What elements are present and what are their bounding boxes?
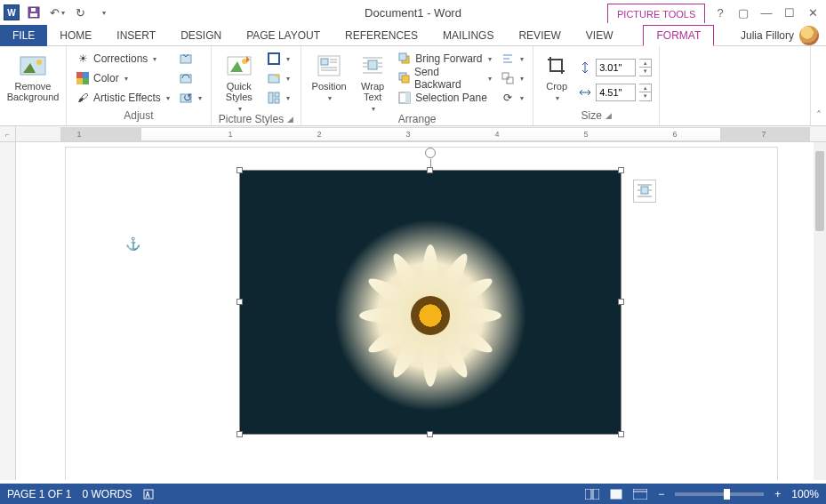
web-layout-button[interactable]: [633, 489, 647, 500]
layout-options-button[interactable]: [633, 180, 656, 203]
spinner-up[interactable]: ▲: [639, 60, 651, 68]
user-avatar-icon: [799, 26, 819, 45]
width-input[interactable]: [596, 84, 636, 101]
zoom-slider[interactable]: [675, 492, 764, 496]
ribbon-display-options-button[interactable]: ▢: [735, 4, 751, 20]
tab-format[interactable]: FORMAT: [643, 25, 714, 46]
compress-icon: [179, 52, 193, 66]
color-button[interactable]: Color▾: [74, 69, 172, 87]
spelling-status-button[interactable]: [142, 488, 155, 500]
width-icon: [578, 85, 592, 100]
resize-handle-tl[interactable]: [237, 167, 243, 173]
tab-insert[interactable]: INSERT: [104, 25, 168, 46]
redo-button[interactable]: ↻: [71, 4, 89, 21]
vertical-ruler[interactable]: [0, 142, 16, 480]
send-backward-button[interactable]: Send Backward▾: [396, 69, 493, 87]
rotate-button[interactable]: ⟳▾: [499, 89, 525, 107]
reset-picture-button[interactable]: ↺▾: [177, 89, 204, 107]
close-button[interactable]: ✕: [805, 4, 821, 20]
height-spinner[interactable]: ▲▼: [639, 59, 652, 76]
artistic-effects-button[interactable]: 🖌Artistic Effects▾: [74, 89, 172, 107]
picture-layout-button[interactable]: ▾: [265, 89, 292, 107]
svg-rect-52: [593, 489, 599, 500]
resize-handle-tr[interactable]: [618, 167, 624, 173]
scrollbar-thumb[interactable]: [815, 151, 824, 231]
document-area[interactable]: ⚓: [16, 142, 826, 480]
horizontal-ruler[interactable]: ⌐ 1 1 2 3 4 5 6 7: [0, 126, 826, 142]
group-objects-button[interactable]: ▾: [499, 69, 525, 87]
zoom-in-button[interactable]: +: [774, 488, 781, 500]
anchor-icon: ⚓: [125, 236, 140, 251]
align-button[interactable]: ▾: [499, 50, 525, 68]
svg-point-5: [36, 60, 42, 65]
group-label-adjust: Adjust: [74, 109, 204, 124]
tab-review[interactable]: REVIEW: [506, 25, 573, 46]
size-launcher[interactable]: ◢: [605, 111, 612, 120]
resize-handle-ml[interactable]: [237, 299, 243, 305]
minimize-button[interactable]: —: [758, 4, 774, 20]
page[interactable]: ⚓: [66, 148, 777, 480]
quick-styles-button[interactable]: Quick Styles ▾: [219, 50, 260, 113]
help-button[interactable]: ?: [712, 4, 728, 20]
rotate-handle[interactable]: [425, 148, 436, 158]
bring-forward-button[interactable]: Bring Forward▾: [396, 50, 493, 68]
spinner-up[interactable]: ▲: [639, 84, 651, 93]
resize-handle-br[interactable]: [618, 431, 624, 437]
word-count[interactable]: 0 WORDS: [82, 488, 132, 500]
chevron-down-icon: ▾: [328, 94, 332, 102]
color-icon: [76, 71, 90, 85]
svg-rect-9: [76, 78, 83, 84]
svg-rect-20: [269, 92, 273, 103]
change-picture-button[interactable]: [177, 69, 204, 87]
tab-file[interactable]: FILE: [0, 25, 47, 46]
undo-button[interactable]: ↶▾: [48, 4, 66, 21]
svg-rect-54: [633, 489, 647, 500]
qat-customize-button[interactable]: ▾: [94, 4, 112, 21]
read-mode-button[interactable]: [585, 489, 599, 500]
group-icon: [501, 71, 515, 85]
position-button[interactable]: Position ▾: [309, 50, 349, 113]
zoom-slider-handle[interactable]: [724, 489, 730, 500]
width-spinner[interactable]: ▲▼: [639, 84, 652, 101]
account-button[interactable]: Julia Fillory: [734, 25, 826, 46]
wrap-text-button[interactable]: Wrap Text ▾: [355, 50, 390, 113]
tab-view[interactable]: VIEW: [573, 25, 626, 46]
maximize-button[interactable]: ☐: [782, 4, 798, 20]
tab-references[interactable]: REFERENCES: [333, 25, 430, 46]
svg-rect-53: [611, 490, 622, 499]
group-background: Remove Background: [0, 46, 67, 125]
tab-design[interactable]: DESIGN: [168, 25, 234, 46]
picture-effects-button[interactable]: ▾: [265, 69, 292, 87]
zoom-level[interactable]: 100%: [791, 488, 819, 500]
align-icon: [501, 52, 515, 66]
print-layout-button[interactable]: [610, 489, 622, 500]
svg-text:↺: ↺: [183, 92, 192, 104]
spinner-down[interactable]: ▼: [639, 92, 651, 100]
spinner-down[interactable]: ▼: [639, 68, 651, 76]
height-input[interactable]: [596, 59, 636, 76]
crop-button[interactable]: Crop ▾: [541, 50, 573, 109]
svg-rect-41: [405, 92, 410, 103]
resize-handle-bl[interactable]: [237, 431, 243, 437]
collapse-ribbon-button[interactable]: ˄: [810, 46, 826, 125]
resize-handle-tm[interactable]: [427, 167, 433, 173]
remove-background-button[interactable]: Remove Background: [7, 50, 59, 102]
chevron-down-icon: ▾: [286, 94, 290, 102]
tab-mailings[interactable]: MAILINGS: [430, 25, 506, 46]
tab-page-layout[interactable]: PAGE LAYOUT: [234, 25, 333, 46]
compress-pictures-button[interactable]: [177, 50, 204, 68]
quick-styles-icon: [225, 53, 253, 78]
resize-handle-mr[interactable]: [618, 299, 624, 305]
vertical-scrollbar[interactable]: [814, 142, 826, 480]
picture-border-icon: [267, 52, 281, 66]
page-indicator[interactable]: PAGE 1 OF 1: [7, 488, 71, 500]
picture-styles-launcher[interactable]: ◢: [287, 115, 293, 124]
save-button[interactable]: [25, 4, 43, 21]
tab-home[interactable]: HOME: [47, 25, 104, 46]
picture-border-button[interactable]: ▾: [265, 50, 292, 68]
zoom-out-button[interactable]: −: [658, 488, 664, 500]
selected-picture[interactable]: [239, 170, 622, 435]
selection-pane-button[interactable]: Selection Pane: [396, 89, 493, 107]
resize-handle-bm[interactable]: [427, 431, 433, 437]
corrections-button[interactable]: ☀Corrections▾: [74, 50, 172, 68]
